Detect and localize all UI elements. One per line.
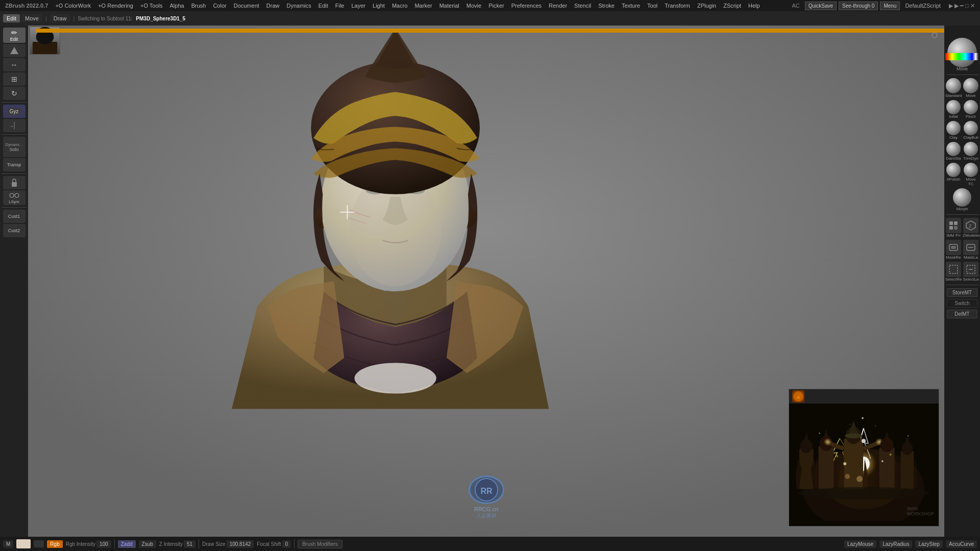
toolbar-move[interactable]: Move [21, 14, 42, 22]
transp-button[interactable]: Transp [3, 158, 26, 171]
menu-texture[interactable]: Texture [619, 2, 643, 10]
brush-immpri-col: IMM Pri [945, 218, 962, 238]
menu-layer[interactable]: Layer [349, 2, 369, 10]
see-through-button[interactable]: See-through 0 [839, 2, 878, 10]
brush-move[interactable] [963, 78, 978, 93]
menu-edit[interactable]: Edit [315, 2, 331, 10]
brush-selectla[interactable] [963, 262, 978, 277]
menu-draw[interactable]: Draw [263, 2, 283, 10]
brush-selectre[interactable] [946, 262, 961, 277]
brush-standard[interactable] [946, 78, 961, 93]
delmt-button[interactable]: DelMT [947, 310, 977, 318]
menu-dynamics[interactable]: Dynamics [284, 2, 314, 10]
menu-stroke[interactable]: Stroke [595, 2, 618, 10]
menu-colorwork[interactable]: +O ColorWork [52, 2, 94, 10]
menu-picker[interactable]: Picker [485, 2, 507, 10]
menu-button[interactable]: Menu [880, 2, 900, 10]
dynamics-solo-button[interactable]: Dynami... Solo [3, 137, 26, 157]
gyz-button[interactable]: Gyz [3, 105, 26, 118]
menu-zscript[interactable]: ZScript [720, 2, 744, 10]
brush-maskre-label: MaskRe [945, 255, 962, 260]
menu-material[interactable]: Material [436, 2, 462, 10]
brush-immpri[interactable] [946, 218, 961, 233]
brush-damsta[interactable] [946, 142, 961, 156]
draw-button[interactable] [3, 44, 26, 57]
color-swatch-primary[interactable] [16, 539, 31, 548]
menu-preferences[interactable]: Preferences [508, 2, 545, 10]
lazyradius-button[interactable]: LazyRadius [879, 540, 912, 548]
brush-movetc[interactable] [964, 163, 978, 177]
brush-inflat[interactable] [946, 100, 961, 114]
lsym-icon [9, 191, 19, 199]
cust2-label: Cust2 [8, 228, 20, 233]
brush-trimdyn[interactable] [964, 142, 978, 156]
menu-rendering[interactable]: +O Rendering [95, 2, 136, 10]
menu-light[interactable]: Light [370, 2, 388, 10]
brush-pinch[interactable] [964, 100, 978, 114]
brush-hpolish[interactable] [946, 163, 961, 177]
lsym-button[interactable]: LSym [3, 190, 26, 205]
accucurve-button[interactable]: AccuCurve [946, 540, 977, 548]
menu-render[interactable]: Render [546, 2, 570, 10]
cust1-button[interactable]: Cust1 [3, 210, 26, 223]
brush-move-col: Move [963, 78, 979, 98]
brush-zmodeler[interactable]: Z [963, 218, 978, 233]
z-intensity-value[interactable]: 51 [184, 540, 195, 548]
zsub-button[interactable]: Zsub [139, 540, 156, 548]
brush-maskla-label: MaskLa [963, 255, 979, 260]
svg-point-56 [862, 439, 866, 443]
brush-morph[interactable] [953, 188, 971, 207]
svg-point-60 [908, 435, 909, 437]
toolbar-edit[interactable]: Edit [3, 14, 20, 22]
default-zscript[interactable]: DefaultZScript [902, 2, 944, 10]
divider-2 [2, 134, 27, 135]
menu-stencil[interactable]: Stencil [571, 2, 594, 10]
focal-shift-value[interactable]: 0 [282, 540, 291, 548]
switch-input[interactable] [947, 299, 977, 308]
quicksave-button[interactable]: QuickSave [805, 2, 837, 10]
rgb-intensity-value[interactable]: 100 [96, 540, 111, 548]
menu-alpha[interactable]: Alpha [167, 2, 187, 10]
menu-document[interactable]: Document [231, 2, 262, 10]
brush-row-3: Clay ClayBuil [945, 121, 979, 140]
menu-help[interactable]: Help [745, 2, 763, 10]
menu-color[interactable]: Color [210, 2, 229, 10]
lazystep-button[interactable]: LazyStep [915, 540, 943, 548]
rgb-button[interactable]: Rgb [47, 540, 62, 548]
menu-macro[interactable]: Macro [389, 2, 411, 10]
color-palette-strip[interactable] [945, 53, 979, 60]
brush-claybuild[interactable] [964, 121, 978, 135]
scale-button[interactable]: ⊞ [3, 72, 26, 86]
menu-marker[interactable]: Marker [411, 2, 435, 10]
brush-maskla[interactable] [963, 240, 978, 255]
main-viewport[interactable]: RR RRCG.cn 人众素材 360NWORKSHOP [28, 26, 944, 537]
brush-clay[interactable] [946, 121, 961, 135]
rotate-button[interactable]: ↻ [3, 87, 26, 100]
menu-tools[interactable]: +O Tools [137, 2, 166, 10]
storemt-button[interactable]: StoreMT [947, 288, 977, 297]
activate-symmetry-button[interactable]: ↔ [3, 119, 26, 132]
zadd-button[interactable]: Zadd [118, 540, 136, 548]
menu-brush[interactable]: Brush [188, 2, 209, 10]
cust2-button[interactable]: Cust2 [3, 224, 26, 237]
move-button[interactable]: ↔ [3, 58, 26, 71]
brush-trimdyn-col: TrimDyn [963, 142, 979, 161]
svg-text:↔: ↔ [10, 124, 14, 129]
lazymouse-button[interactable]: LazyMouse [844, 540, 876, 548]
draw-size-label: Draw Size [202, 541, 226, 547]
menu-file[interactable]: File [332, 2, 348, 10]
edit-button[interactable]: ✏ Edit [3, 28, 26, 43]
brush-trimdyn-label: TrimDyn [963, 156, 979, 161]
lock-button[interactable] [3, 176, 26, 189]
brush-maskre[interactable] [946, 240, 961, 255]
menu-tool[interactable]: Tool [644, 2, 660, 10]
brush-modifiers-box[interactable]: Brush Modifiers [298, 540, 342, 548]
main-brush-sphere[interactable] [947, 38, 977, 67]
menu-movie[interactable]: Movie [463, 2, 484, 10]
menu-transform[interactable]: Transform [662, 2, 693, 10]
toolbar-draw[interactable]: Draw [50, 14, 70, 22]
color-swatch-secondary[interactable] [34, 540, 44, 547]
draw-size-value[interactable]: 100.8142 [227, 540, 254, 548]
m-button[interactable]: M [3, 540, 13, 548]
menu-zplugin[interactable]: ZPlugin [694, 2, 719, 10]
